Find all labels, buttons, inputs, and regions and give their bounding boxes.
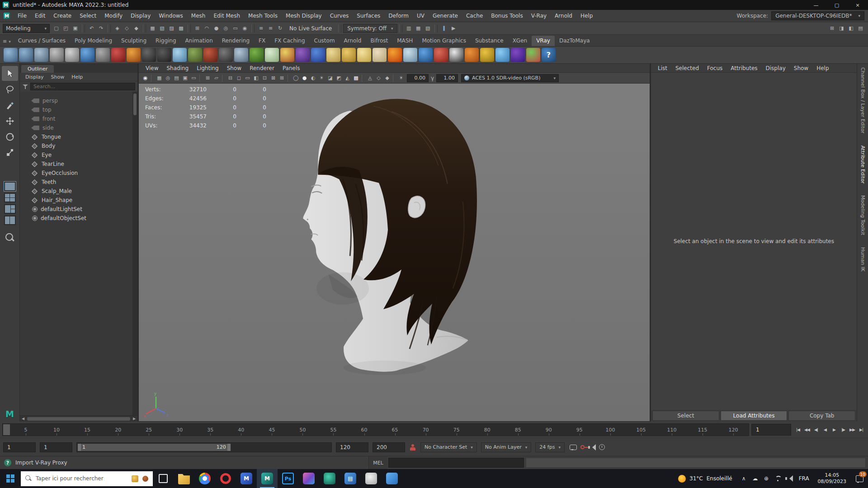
render-settings-icon[interactable]: ▧ [423,23,433,33]
separator[interactable] [393,75,396,82]
outliner-panel-tab[interactable]: Outliner [21,65,54,73]
menu-item[interactable]: Mesh Display [282,13,326,19]
mel-toggle[interactable]: MEL [368,456,387,469]
photoshop-icon[interactable]: Ps [278,469,298,488]
outliner-menu-item[interactable]: Help [68,74,86,80]
sphere-deep-blue-icon[interactable] [311,48,325,62]
timeline-tick[interactable]: 95 [564,424,595,436]
exposure-icon[interactable]: ☀ [397,74,406,83]
mute-icon[interactable] [588,444,595,450]
timeline-tick[interactable]: 70 [410,424,441,436]
field-chart-icon[interactable]: ⊡ [260,74,269,83]
checker-sphere-icon[interactable] [142,48,156,62]
close-button[interactable]: × [847,0,868,10]
outliner-item[interactable]: EyeOcclusion [20,169,137,178]
timeline-tick[interactable]: 20 [103,424,133,436]
timeline-tick[interactable]: 60 [349,424,380,436]
outliner-horizontal-scrollbar[interactable]: ◀ ▶ [20,415,137,422]
cone-icon[interactable] [373,48,387,62]
character-set-icon[interactable] [409,444,416,451]
attribute-editor-menu-item[interactable]: List [654,65,671,71]
sidebar-tab[interactable]: Channel Box / Layer Editor [860,67,866,134]
motion-blur-icon[interactable]: ◭ [343,74,352,83]
current-frame-field[interactable]: 1 [751,424,791,436]
outliner-item[interactable]: defaultLightSet [20,205,137,214]
volume-icon[interactable] [783,469,795,488]
step-back-frame-button[interactable]: ◀| [811,424,821,436]
shelf-tab[interactable]: VRay [532,36,555,46]
timeline-tick[interactable]: 30 [164,424,195,436]
go-to-start-button[interactable]: |◀ [793,424,802,436]
swirl-sphere-icon[interactable] [219,48,233,62]
outliner-menu-item[interactable]: Display [22,74,47,80]
use-all-lights-icon[interactable]: ☀ [317,74,326,83]
shelf-tab[interactable]: FX Caching [270,36,309,46]
image-plane-icon[interactable]: ▭ [189,74,198,83]
timeline-tick[interactable]: 25 [133,424,164,436]
timeline-tick[interactable]: 120 [718,424,749,436]
gate-mask-icon[interactable]: ◧ [252,74,260,83]
glass-pane-icon[interactable] [403,48,417,62]
viewport-menu-item[interactable]: Panels [278,65,304,71]
outliner-item[interactable]: side [20,123,137,132]
outliner-item[interactable]: Hair_Shape [20,196,137,205]
outliner-item[interactable]: front [20,114,137,123]
resolution-gate-icon[interactable]: ▭ [243,74,252,83]
isolate-select-icon[interactable]: ◬ [366,74,374,83]
timeline-tick[interactable]: 75 [441,424,472,436]
sphere-light-icon[interactable] [357,48,371,62]
menu-item[interactable]: Edit Mesh [209,13,244,19]
timeline-tick[interactable]: 10 [41,424,72,436]
separator[interactable] [222,75,225,82]
multi-color-icon[interactable] [526,48,540,62]
rewards-trophy-icon[interactable] [132,475,138,482]
timeline-tick[interactable]: 15 [72,424,103,436]
range-bar[interactable]: 1 120 [78,444,231,451]
timeline-tick[interactable]: 40 [226,424,256,436]
anim-layer-select[interactable]: No Anim Layer ▾ [481,442,531,452]
measure-tool-icon[interactable] [50,48,64,62]
teal-swirl-app-icon[interactable] [319,469,340,488]
sphere-blue-icon[interactable] [80,48,94,62]
shelf-tab[interactable]: Animation [181,36,217,46]
separator[interactable] [188,24,191,33]
shelf-tab[interactable]: Poly Modeling [70,36,117,46]
checker-plane-icon[interactable] [234,48,248,62]
undo-icon[interactable]: ↶ [87,23,96,33]
animation-preferences-icon[interactable] [599,444,605,450]
sphere-orange-icon[interactable] [127,48,141,62]
rotate-tool[interactable] [2,129,18,144]
premiere-icon[interactable] [298,469,319,488]
fur-grass-icon[interactable] [250,48,264,62]
viewport-menu-item[interactable]: View [142,65,162,71]
layout-four-panes-button[interactable] [4,193,16,202]
move-tool[interactable] [2,113,18,128]
2d-pan-zoom-icon[interactable]: ⊞ [203,74,212,83]
timeline-tick[interactable]: 85 [503,424,533,436]
shelf-tab[interactable]: FX [254,36,270,46]
app-blue-icon[interactable] [382,469,402,488]
timeline-tick[interactable]: 55 [318,424,349,436]
scatter-icon[interactable] [265,48,279,62]
redo-icon[interactable]: ↷ [96,23,106,33]
separator[interactable] [362,75,364,82]
swirl-purple-icon[interactable] [296,48,310,62]
make-live-icon[interactable]: ◉ [240,23,250,33]
shelf-tab[interactable]: XGen [508,36,532,46]
exposure-field[interactable]: 0.00 [407,74,429,82]
smooth-shade-icon[interactable]: ● [300,74,309,83]
mask-surfaces-icon[interactable]: ▩ [176,23,186,33]
timeline-tick[interactable]: 105 [626,424,656,436]
cloud-icon[interactable] [495,48,509,62]
menu-item[interactable]: Mesh [187,13,210,19]
grease-pencil-icon[interactable]: ▱ [212,74,221,83]
snap-to-projected-center-icon[interactable]: ◎ [221,23,231,33]
playback-options-icon[interactable] [570,445,577,450]
separator[interactable] [251,24,255,33]
render-current-frame-icon[interactable]: ▥ [404,23,414,33]
xray-joints-icon[interactable]: ◆ [383,74,392,83]
vray-orb-icon[interactable] [511,48,525,62]
timeline-tick[interactable]: 35 [195,424,226,436]
viewport-menu-item[interactable]: Renderer [245,65,278,71]
time-slider[interactable]: 5101520253035404550556065707580859095100… [2,423,749,436]
